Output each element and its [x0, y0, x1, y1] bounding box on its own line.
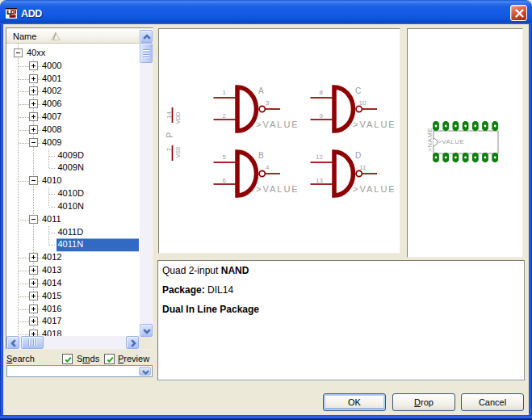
- svg-text:1: 1: [223, 89, 227, 96]
- svg-text:VSS: VSS: [175, 146, 181, 158]
- svg-text:5: 5: [223, 153, 227, 161]
- svg-text:VDD: VDD: [175, 112, 181, 124]
- svg-text:>VALUE: >VALUE: [353, 120, 396, 129]
- svg-text:>VALUE: >VALUE: [256, 184, 300, 194]
- svg-text:4006: 4006: [42, 99, 61, 108]
- svg-text:12: 12: [316, 153, 323, 161]
- svg-text:4011D: 4011D: [58, 227, 84, 237]
- svg-text:4009D: 4009D: [58, 150, 84, 160]
- svg-text:10: 10: [359, 99, 367, 107]
- svg-text:>VALUE: >VALUE: [438, 138, 464, 145]
- svg-text:B: B: [258, 151, 264, 160]
- svg-text:>VALUE: >VALUE: [353, 184, 396, 194]
- svg-text:4000: 4000: [42, 61, 61, 70]
- svg-text:A: A: [258, 86, 264, 95]
- svg-text:2: 2: [223, 112, 227, 120]
- svg-text:4010: 4010: [42, 175, 61, 185]
- svg-text:7: 7: [165, 148, 173, 152]
- svg-text:>NAME: >NAME: [426, 128, 434, 152]
- svg-text:4008: 4008: [42, 124, 61, 134]
- svg-text:D: D: [355, 151, 361, 160]
- svg-text:4016: 4016: [42, 304, 61, 313]
- svg-text:>VALUE: >VALUE: [256, 120, 300, 129]
- svg-text:4017: 4017: [42, 316, 61, 326]
- svg-text:4013: 4013: [42, 265, 61, 275]
- svg-text:4001: 4001: [42, 74, 61, 83]
- svg-text:4010D: 4010D: [58, 188, 84, 198]
- svg-text:13: 13: [316, 177, 323, 184]
- svg-text:4015: 4015: [42, 291, 61, 300]
- svg-text:8: 8: [320, 89, 324, 96]
- svg-text:4011N: 4011N: [58, 239, 84, 249]
- svg-text:11: 11: [359, 164, 367, 171]
- svg-text:6: 6: [223, 177, 227, 184]
- svg-text:40xx: 40xx: [27, 48, 46, 57]
- svg-text:4009: 4009: [42, 137, 61, 147]
- svg-text:4009N: 4009N: [58, 162, 84, 172]
- svg-text:4011: 4011: [42, 214, 61, 224]
- svg-text:3: 3: [266, 99, 270, 107]
- svg-text:4: 4: [266, 164, 270, 171]
- svg-text:4007: 4007: [42, 111, 61, 121]
- svg-text:4012: 4012: [42, 252, 61, 262]
- svg-text:4014: 4014: [42, 278, 61, 288]
- svg-text:4002: 4002: [42, 86, 61, 95]
- svg-text:9: 9: [320, 112, 324, 120]
- svg-text:4010N: 4010N: [58, 201, 84, 211]
- svg-text:C: C: [355, 86, 361, 95]
- svg-text:14: 14: [165, 111, 173, 119]
- svg-text:P: P: [165, 132, 174, 138]
